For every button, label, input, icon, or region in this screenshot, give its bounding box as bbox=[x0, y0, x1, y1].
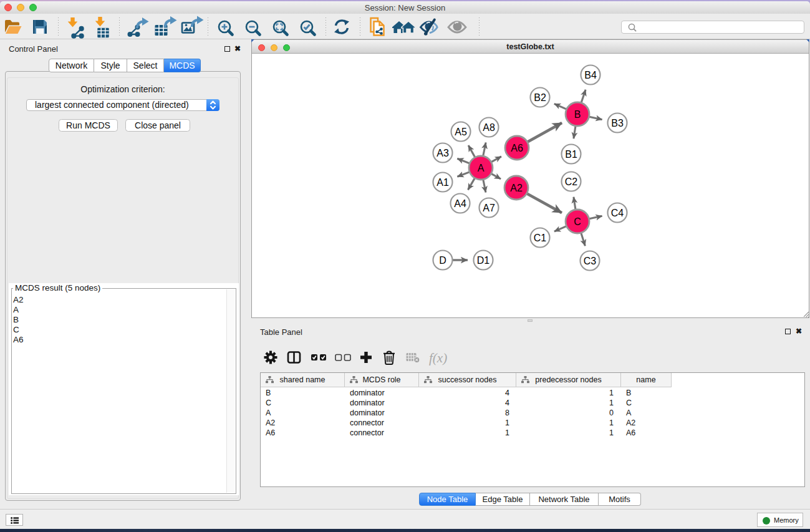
svg-text:B1: B1 bbox=[565, 149, 577, 160]
svg-text:B3: B3 bbox=[611, 118, 624, 128]
svg-text:A5: A5 bbox=[455, 127, 467, 137]
svg-text:C1: C1 bbox=[534, 233, 547, 243]
svg-text:A4: A4 bbox=[454, 198, 466, 209]
svg-text:B2: B2 bbox=[534, 92, 546, 103]
svg-text:B4: B4 bbox=[584, 70, 597, 80]
svg-text:C2: C2 bbox=[565, 177, 578, 187]
svg-text:A: A bbox=[478, 163, 485, 173]
svg-text:C4: C4 bbox=[611, 208, 624, 218]
svg-text:D: D bbox=[439, 255, 446, 266]
svg-text:D1: D1 bbox=[477, 255, 490, 266]
svg-text:A3: A3 bbox=[436, 148, 449, 158]
svg-text:A1: A1 bbox=[436, 177, 449, 188]
svg-text:A8: A8 bbox=[483, 122, 495, 133]
svg-text:C3: C3 bbox=[584, 256, 597, 266]
svg-text:f(x): f(x) bbox=[429, 351, 447, 365]
svg-text:A2: A2 bbox=[510, 183, 523, 193]
svg-text:B: B bbox=[574, 109, 581, 120]
svg-text:A6: A6 bbox=[511, 143, 523, 153]
svg-text:C: C bbox=[574, 216, 581, 227]
svg-text:A7: A7 bbox=[483, 203, 495, 213]
